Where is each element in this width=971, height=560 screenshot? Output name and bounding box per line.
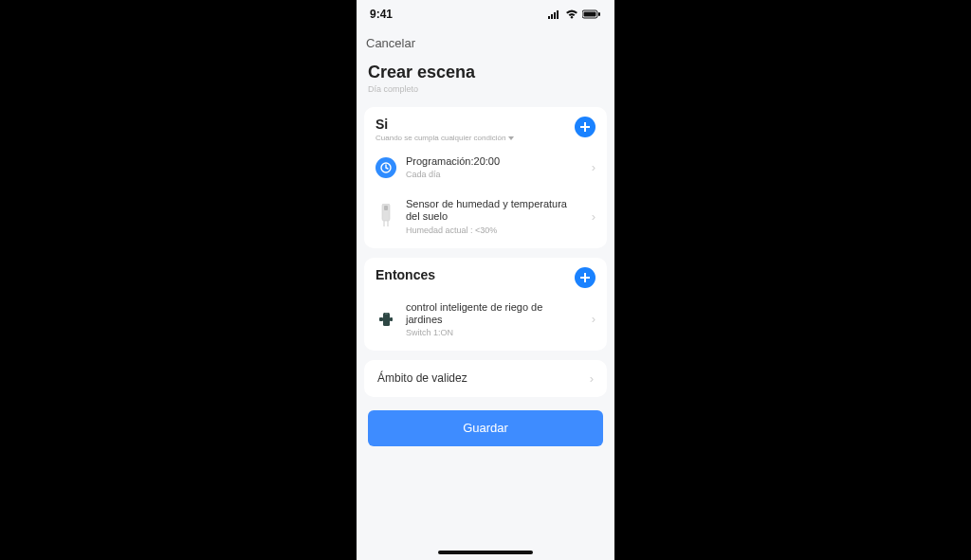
status-bar: 9:41	[357, 0, 614, 28]
svg-rect-7	[598, 12, 600, 16]
then-title: Entonces	[376, 267, 435, 282]
condition-sensor-row[interactable]: Sensor de humedad y temperatura del suel…	[364, 189, 607, 244]
condition-sensor-sub: Humedad actual : <30%	[406, 226, 578, 235]
nav-bar: Cancelar	[357, 28, 614, 57]
condition-schedule-sub: Cada día	[406, 170, 578, 179]
page-header: Crear escena Día completo	[357, 57, 614, 98]
svg-rect-13	[390, 317, 393, 321]
save-button[interactable]: Guardar	[368, 410, 603, 446]
phone-frame: 9:41 Cancelar Crear escena Día completo …	[357, 0, 614, 560]
svg-rect-3	[557, 10, 559, 19]
action-irrigation-row[interactable]: control inteligente de riego de jardines…	[364, 292, 607, 347]
svg-rect-10	[384, 206, 388, 210]
svg-point-4	[571, 16, 573, 18]
condition-sensor-title: Sensor de humedad y temperatura del suel…	[406, 198, 578, 223]
chevron-right-icon: ›	[588, 209, 595, 224]
then-card: Entonces control inteligente de riego de…	[364, 258, 607, 351]
status-icons	[548, 9, 601, 19]
battery-icon	[582, 9, 601, 19]
condition-sensor-text: Sensor de humedad y temperatura del suel…	[406, 198, 578, 234]
condition-schedule-row[interactable]: Programación:20:00 Cada día ›	[364, 146, 607, 189]
if-header: Si Cuando se cumpla cualquier condición	[364, 117, 607, 146]
svg-rect-11	[383, 313, 390, 326]
caret-down-icon	[508, 136, 514, 140]
action-irrigation-sub: Switch 1:ON	[406, 328, 578, 337]
svg-rect-12	[379, 317, 383, 321]
cancel-button[interactable]: Cancelar	[366, 36, 415, 50]
svg-rect-0	[548, 16, 550, 19]
svg-rect-2	[554, 12, 556, 19]
signal-icon	[548, 9, 561, 19]
plus-icon	[580, 273, 590, 282]
action-irrigation-title: control inteligente de riego de jardines	[406, 301, 578, 326]
if-card: Si Cuando se cumpla cualquier condición …	[364, 107, 607, 248]
add-action-button[interactable]	[575, 267, 595, 288]
chevron-right-icon: ›	[586, 371, 594, 386]
if-condition-mode[interactable]: Cuando se cumpla cualquier condición	[376, 134, 514, 142]
validity-card: Ámbito de validez ›	[364, 360, 607, 397]
then-header: Entonces	[364, 267, 607, 292]
status-time: 9:41	[370, 8, 393, 21]
moisture-sensor-icon	[376, 202, 396, 230]
svg-rect-1	[551, 14, 553, 19]
wifi-icon	[565, 9, 578, 19]
validity-label: Ámbito de validez	[377, 371, 467, 385]
validity-row[interactable]: Ámbito de validez ›	[364, 360, 607, 397]
if-title: Si	[376, 117, 514, 132]
svg-rect-6	[584, 12, 596, 17]
page-subtitle: Día completo	[368, 84, 603, 94]
clock-icon	[376, 157, 396, 178]
home-indicator[interactable]	[438, 551, 533, 554]
chevron-right-icon: ›	[588, 312, 595, 326]
chevron-right-icon: ›	[588, 160, 595, 174]
condition-schedule-text: Programación:20:00 Cada día	[406, 155, 578, 179]
save-label: Guardar	[463, 421, 508, 435]
action-irrigation-text: control inteligente de riego de jardines…	[406, 301, 578, 337]
plus-icon	[580, 122, 590, 132]
irrigation-controller-icon	[376, 305, 396, 334]
condition-schedule-title: Programación:20:00	[406, 155, 578, 168]
add-condition-button[interactable]	[575, 117, 595, 137]
page-title: Crear escena	[368, 63, 603, 82]
if-subtitle-text: Cuando se cumpla cualquier condición	[376, 134, 505, 142]
